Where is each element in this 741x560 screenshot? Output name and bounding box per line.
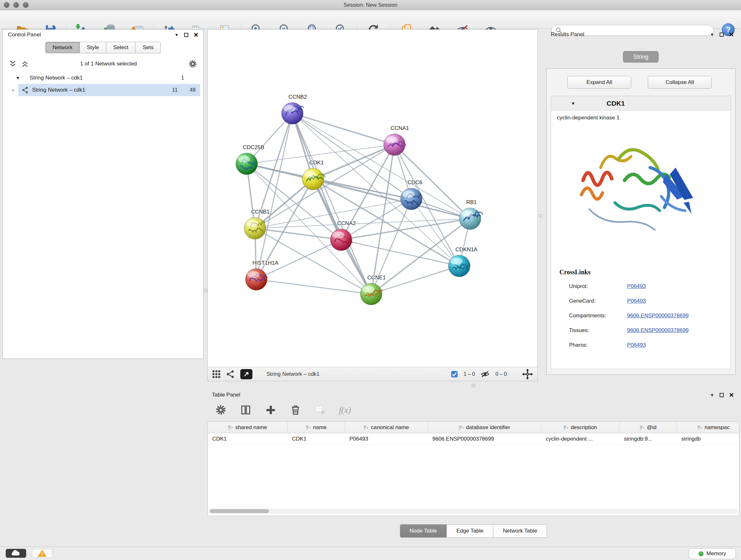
network-collection-label: String Network – cdk1 <box>30 75 172 81</box>
node-label-cdc25b: CDC25B <box>243 144 264 150</box>
column-header--id[interactable]: @id <box>619 422 677 433</box>
string-tab[interactable]: String <box>623 51 659 63</box>
column-header-description[interactable]: description <box>541 422 619 433</box>
string-tab-label: String <box>633 54 648 60</box>
splitter-handle[interactable] <box>472 384 475 387</box>
warnings-button[interactable] <box>32 549 52 558</box>
column-header-canonical-name[interactable]: canonical name <box>345 422 428 433</box>
panel-float-icon[interactable] <box>720 393 724 397</box>
selected-checkbox-icon[interactable] <box>451 371 458 378</box>
panel-float-icon[interactable] <box>184 33 188 37</box>
horizontal-scrollbar[interactable] <box>209 509 738 514</box>
network-edge[interactable] <box>255 228 341 240</box>
column-header-name[interactable]: name <box>287 422 345 433</box>
column-header-database-identifier[interactable]: database identifier <box>428 422 541 433</box>
tab-style[interactable]: Style <box>80 42 106 53</box>
splitter-handle[interactable] <box>204 289 208 293</box>
table-cell[interactable]: CDK1 <box>208 433 287 445</box>
network-canvas[interactable]: CCNB2CCNA1CDC25BCDK1CDC6RB1CCNB1CCNA2CDK… <box>208 30 537 367</box>
network-edge[interactable] <box>341 240 459 266</box>
network-edge[interactable] <box>292 113 470 219</box>
add-column-button[interactable] <box>263 403 278 417</box>
table-settings-button[interactable] <box>213 403 228 417</box>
main-toolbar: ? <box>0 10 741 29</box>
node-label-ccna2: CCNA2 <box>337 220 356 226</box>
panel-close-icon[interactable]: × <box>729 393 734 397</box>
collapse-all-icon[interactable] <box>21 60 29 68</box>
column-type-icon <box>306 425 311 430</box>
crosshair-icon[interactable] <box>522 369 533 380</box>
column-header-namespac[interactable]: namespac <box>677 422 739 433</box>
network-edge[interactable] <box>292 113 371 294</box>
crosslinks-title: CrossLinks <box>559 268 590 276</box>
share-network-ic on[interactable] <box>226 370 234 378</box>
node-label-ccna1: CCNA1 <box>391 125 409 131</box>
panel-menu-icon[interactable]: ▼ <box>710 33 714 37</box>
tab-network-table[interactable]: Network Table <box>493 524 547 538</box>
crosslink-link[interactable]: 9606.ENSP00000378699 <box>627 327 689 334</box>
table-tabs: Node Table Edge Table Network Table <box>207 524 739 538</box>
network-edge[interactable] <box>292 113 394 145</box>
gear-icon[interactable] <box>188 59 198 69</box>
network-collection-row[interactable]: ▼ String Network – cdk1 1 <box>3 72 203 83</box>
plus-icon <box>265 404 277 416</box>
network-edge[interactable] <box>256 279 371 294</box>
show-columns-button[interactable] <box>238 403 253 417</box>
node-label-rb1: RB1 <box>466 199 477 205</box>
expand-all-icon[interactable] <box>9 60 17 68</box>
table-cell[interactable]: CDK1 <box>287 433 345 445</box>
function-builder-button[interactable]: f(x) <box>334 403 356 417</box>
hidden-eye-icon[interactable] <box>481 371 489 378</box>
panel-float-icon[interactable] <box>720 33 724 37</box>
columns-icon <box>240 404 252 416</box>
open-in-new-button[interactable] <box>240 369 253 379</box>
expand-all-button[interactable]: Expand All <box>567 76 631 89</box>
column-header-shared-name[interactable]: shared name <box>208 422 287 433</box>
disclosure-caret-icon[interactable]: ▼ <box>16 75 20 80</box>
gene-header-row[interactable]: ▼ CDK1 <box>551 96 731 111</box>
node-count: 11 <box>163 87 178 93</box>
table-cell[interactable]: P06493 <box>345 433 428 445</box>
control-panel-title: Control Panel <box>8 32 41 38</box>
hidden-node-edge-counts: 0 – 0 <box>495 371 507 377</box>
network-edge[interactable] <box>256 240 341 279</box>
memory-button[interactable]: Memory <box>689 548 736 559</box>
tab-node-table[interactable]: Node Table <box>400 524 447 538</box>
table-cell[interactable]: 9606.ENSP00000378699 <box>428 433 541 445</box>
crosslink-link[interactable]: P06493 <box>627 283 646 290</box>
crosslink-link[interactable]: P06493 <box>627 298 646 304</box>
edge-count: 48 <box>181 87 196 93</box>
panel-menu-icon[interactable]: ▼ <box>175 33 179 37</box>
crosslink-link[interactable]: P06493 <box>627 342 646 348</box>
panel-menu-icon[interactable]: ▼ <box>710 393 714 397</box>
table-cell[interactable]: stringdb <box>677 433 739 445</box>
tab-network[interactable]: Network <box>45 42 80 53</box>
tab-sets[interactable]: Sets <box>136 42 161 53</box>
delete-table-button[interactable] <box>312 403 327 417</box>
disclosure-caret-icon[interactable]: ▼ <box>571 101 576 106</box>
column-type-icon <box>697 425 702 430</box>
network-edge[interactable] <box>313 179 411 199</box>
panel-close-icon[interactable]: × <box>729 32 734 37</box>
crosslink-label: Compartments: <box>569 313 627 319</box>
network-edge[interactable] <box>255 179 313 228</box>
cloud-button[interactable] <box>6 549 26 558</box>
network-label: String Network – cdk1 <box>32 87 160 93</box>
gear-icon <box>215 404 227 416</box>
scrollbar-thumb[interactable] <box>210 509 269 513</box>
tab-edge-table[interactable]: Edge Table <box>447 524 493 538</box>
table-cell[interactable]: stringdb:9... <box>619 433 677 445</box>
table-row[interactable]: CDK1CDK1P064939606.ENSP00000378699cyclin… <box>208 433 739 445</box>
tab-select[interactable]: Select <box>106 42 136 53</box>
crosslink-label: Tissues: <box>569 327 627 334</box>
collapse-all-button[interactable]: Collapse All <box>648 76 712 89</box>
panel-close-icon[interactable]: × <box>194 33 198 37</box>
column-type-icon <box>228 425 232 430</box>
splitter-handle[interactable] <box>539 214 542 217</box>
crosslink-link[interactable]: 9606.ENSP00000378699 <box>627 313 689 319</box>
table-cell[interactable]: cyclin-dependent ... <box>541 433 619 445</box>
delete-column-button[interactable] <box>288 403 303 417</box>
column-type-icon <box>459 425 463 430</box>
grid-icon[interactable] <box>212 370 220 378</box>
network-row[interactable]: ● String Network – cdk1 11 48 <box>3 84 203 96</box>
